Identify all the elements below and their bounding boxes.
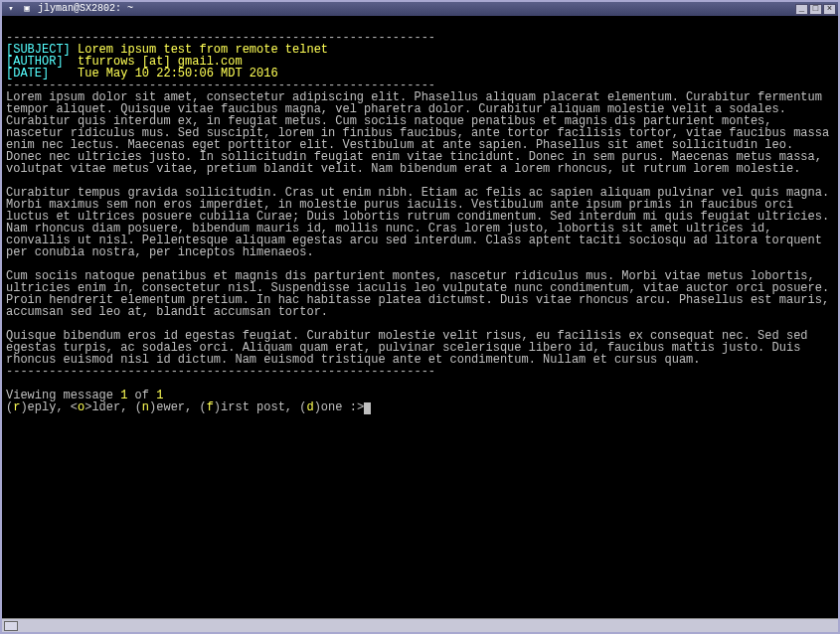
taskbar-button[interactable] [4,621,18,631]
terminal-icon: ▣ [20,4,34,14]
body-paragraph: Cum sociis natoque penatibus et magnis d… [6,269,836,319]
window-titlebar[interactable]: ▾ ▣ jlyman@SX2802: ~ _ □ × [2,2,838,16]
key-newer: n [142,400,149,414]
window-title: jlyman@SX2802: ~ [36,3,793,15]
terminal-content[interactable]: ----------------------------------------… [2,16,838,618]
cursor [364,402,371,414]
body-paragraph: Quisque bibendum eros id egestas feugiat… [6,329,815,367]
divider-line: ----------------------------------------… [6,365,435,379]
minimize-button[interactable]: _ [795,4,808,15]
close-button[interactable]: × [823,4,836,15]
body-paragraph: Lorem ipsum dolor sit amet, consectetur … [6,90,836,176]
taskbar[interactable] [2,618,838,632]
key-first: f [207,400,214,414]
maximize-button[interactable]: □ [809,4,822,15]
body-paragraph: Curabitur tempus gravida sollicitudin. C… [6,186,836,259]
key-done: d [306,400,313,414]
terminal-window: ▾ ▣ jlyman@SX2802: ~ _ □ × -------------… [0,0,840,634]
app-menu-icon[interactable]: ▾ [4,4,18,14]
prompt-line[interactable]: (r)eply, <o>lder, (n)ewer, (f)irst post,… [6,400,371,414]
